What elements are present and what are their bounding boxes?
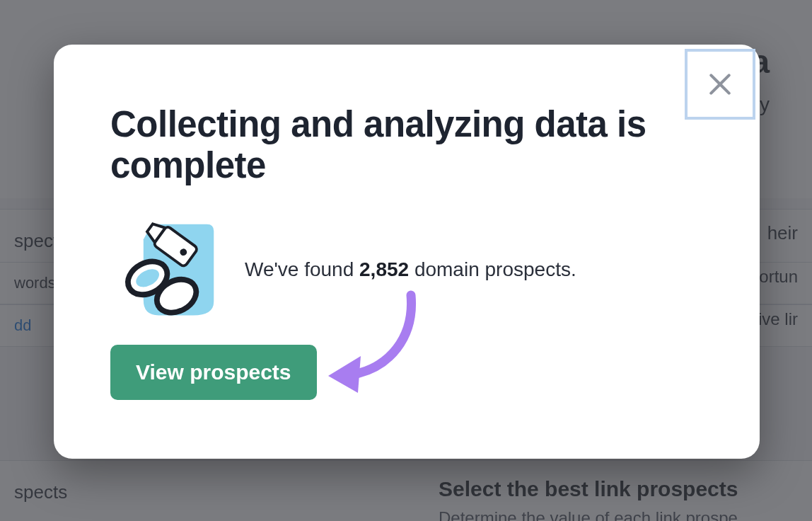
chain-link-illustration-icon xyxy=(110,219,221,321)
close-button[interactable] xyxy=(685,49,755,120)
curved-arrow-icon xyxy=(315,285,436,406)
completion-modal: Collecting and analyzing data is complet… xyxy=(54,45,760,459)
close-icon xyxy=(707,71,733,98)
prospect-count: 2,852 xyxy=(359,258,409,280)
msg-suffix: domain prospects. xyxy=(409,258,576,280)
view-prospects-button[interactable]: View prospects xyxy=(110,345,317,400)
modal-title: Collecting and analyzing data is complet… xyxy=(110,104,648,186)
cta-row: View prospects xyxy=(110,345,703,400)
msg-prefix: We've found xyxy=(245,258,359,280)
modal-message: We've found 2,852 domain prospects. xyxy=(245,258,576,281)
